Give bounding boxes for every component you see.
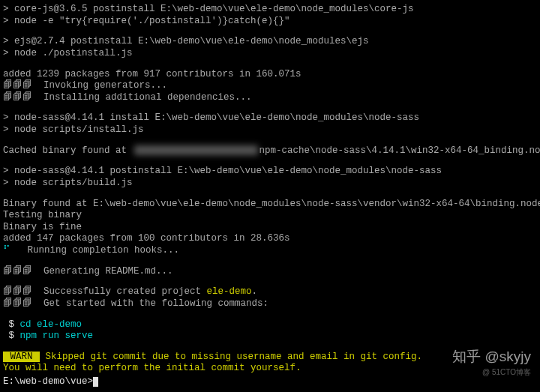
cmd-npm-run-serve: $ npm run serve — [3, 331, 537, 343]
cached-binary-line: Cached binary found at npm-cache\node-sa… — [3, 145, 537, 157]
postinstall-corejs-cmd: > node -e "try{require('./postinstall')}… — [3, 16, 537, 28]
nodesass-postinstall-cmd: > node scripts/build.js — [3, 178, 537, 190]
watermark-51cto: @ 51CTO博客 — [482, 368, 531, 378]
postinstall-ejs-cmd: > node ./postinstall.js — [3, 48, 537, 60]
binary-found-line: Binary found at E:\web-demo\vue\ele-demo… — [3, 199, 537, 211]
testing-binary-line: Testing binary — [3, 210, 537, 222]
installing-deps: 🗐🗐🗐 Installing additional dependencies..… — [3, 92, 537, 104]
blurred-path — [134, 145, 258, 155]
getstarted-line: 🗐🗐🗐 Get started with the following comma… — [3, 298, 537, 310]
generating-readme: 🗐🗐🗐 Generating README.md... — [3, 266, 537, 278]
terminal-output: > core-js@3.6.5 postinstall E:\web-demo\… — [3, 4, 537, 375]
invoking-generators: 🗐🗐🗐 Invoking generators... — [3, 80, 537, 92]
nodesass-install-header: > node-sass@4.14.1 install E:\web-demo\v… — [3, 112, 537, 124]
postinstall-ejs-header: > ejs@2.7.4 postinstall E:\web-demo\vue\… — [3, 36, 537, 48]
binary-fine-line: Binary is fine — [3, 222, 537, 234]
warn-badge: WARN — [3, 352, 40, 362]
running-hooks: ⠋ Running completion hooks... — [3, 245, 537, 257]
success-line: 🗐🗐🗐 Successfully created project ele-dem… — [3, 286, 537, 298]
nodesass-postinstall-header: > node-sass@4.14.1 postinstall E:\web-de… — [3, 166, 537, 178]
added-packages-2: added 147 packages from 100 contributors… — [3, 233, 537, 245]
prompt-line[interactable]: E:\web-demo\vue> — [3, 376, 98, 388]
watermark-zhihu: 知乎 @skyjy — [452, 348, 531, 366]
postinstall-corejs-header: > core-js@3.6.5 postinstall E:\web-demo\… — [3, 4, 537, 16]
added-packages-1: added 1239 packages from 917 contributor… — [3, 69, 537, 81]
nodesass-install-cmd: > node scripts/install.js — [3, 124, 537, 136]
cursor — [93, 377, 98, 387]
cmd-cd: $ cd ele-demo — [3, 319, 537, 331]
